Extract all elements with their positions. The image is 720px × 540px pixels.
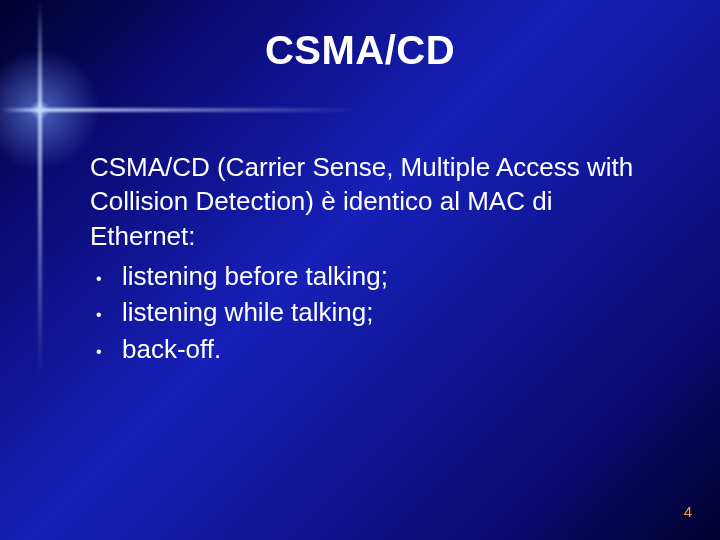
flare-horizontal xyxy=(0,108,360,112)
intro-text: CSMA/CD (Carrier Sense, Multiple Access … xyxy=(90,150,660,253)
slide-body: CSMA/CD (Carrier Sense, Multiple Access … xyxy=(90,150,660,368)
bullet-list: listening before talking; listening whil… xyxy=(90,259,660,366)
page-number: 4 xyxy=(684,503,692,520)
list-item: listening while talking; xyxy=(118,295,660,329)
slide-title: CSMA/CD xyxy=(0,28,720,73)
flare-vertical xyxy=(38,0,42,540)
list-item: back-off. xyxy=(118,332,660,366)
list-item: listening before talking; xyxy=(118,259,660,293)
